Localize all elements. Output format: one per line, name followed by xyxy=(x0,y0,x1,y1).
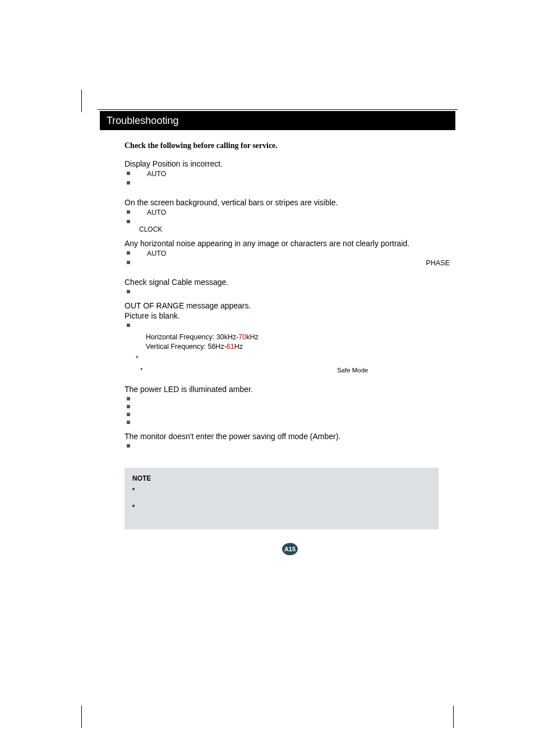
page-number-badge: A15 xyxy=(282,543,298,555)
heading-display-position: Display Position is incorrect. xyxy=(124,159,455,168)
lead-text: Check the following before calling for s… xyxy=(124,141,455,150)
freq-vertical: Vertical Frequency: 56Hz-61Hz xyxy=(124,342,455,352)
note-box: NOTE xyxy=(124,468,439,529)
note-title: NOTE xyxy=(132,474,431,482)
list-item xyxy=(124,411,455,418)
item-text: AUTO xyxy=(147,170,167,178)
list-item xyxy=(124,321,455,329)
sub-clock: CLOCK xyxy=(124,225,455,233)
list-item xyxy=(124,179,455,187)
list-item: AUTO xyxy=(124,208,455,218)
list-out-of-range xyxy=(124,321,455,329)
heading-power-led-amber: The power LED is illuminated amber. xyxy=(124,385,455,394)
crop-mark-bottom-right xyxy=(453,706,462,728)
text: kHz xyxy=(246,333,259,341)
safe-mode-text: Safe Mode xyxy=(337,367,368,374)
list-item xyxy=(124,403,455,411)
list-power-saving xyxy=(124,442,455,450)
item-text: AUTO xyxy=(147,209,167,216)
crop-mark-top-left xyxy=(73,90,82,112)
text: Horizontal Frequency: 30kHz- xyxy=(146,333,238,341)
footnote-1: * xyxy=(124,354,455,362)
section-title-bar: Troubleshooting xyxy=(100,111,455,130)
list-display-position: AUTO xyxy=(124,169,455,187)
text-red: 70 xyxy=(238,333,246,341)
freq-horizontal: Horizontal Frequency: 30kHz-70kHz xyxy=(124,333,455,342)
list-horizontal-noise: AUTO PHASE xyxy=(124,249,455,266)
list-item: AUTO xyxy=(124,249,455,259)
section-title: Troubleshooting xyxy=(107,115,178,126)
list-check-signal xyxy=(124,288,455,296)
heading-horizontal-noise: Any horizontal noise appearing in any im… xyxy=(124,239,455,248)
text-red: 61 xyxy=(227,343,234,351)
note-item xyxy=(132,486,431,497)
list-item xyxy=(124,442,455,450)
crop-mark-bottom-left xyxy=(73,706,82,728)
page-content: Troubleshooting Check the following befo… xyxy=(102,111,455,555)
asterisk: * xyxy=(140,367,142,374)
heading-power-saving: The monitor doesn't enter the power savi… xyxy=(124,432,455,441)
note-list xyxy=(132,486,431,514)
list-power-led xyxy=(124,395,455,426)
text: Hz xyxy=(234,343,243,351)
heading-vertical-bars: On the screen background, vertical bars … xyxy=(124,198,455,207)
list-item xyxy=(124,288,455,296)
footnote-2: * Safe Mode xyxy=(124,367,455,374)
heading-check-signal: Check signal Cable message. xyxy=(124,278,455,287)
list-item xyxy=(124,418,455,426)
text: Vertical Frequency: 56Hz- xyxy=(146,343,227,351)
heading-out-of-range-b: Picture is blank. xyxy=(124,311,455,320)
list-item xyxy=(124,218,455,225)
body-content: Check the following before calling for s… xyxy=(102,130,455,555)
item-text-phase: PHASE xyxy=(426,259,450,268)
list-item: AUTO xyxy=(124,169,455,179)
list-item xyxy=(124,395,455,403)
note-item xyxy=(132,503,431,514)
list-item: PHASE xyxy=(124,259,455,266)
page-number: A15 xyxy=(284,546,296,552)
item-text: AUTO xyxy=(147,250,167,257)
heading-out-of-range-a: OUT OF RANGE message appears. xyxy=(124,301,455,310)
list-vertical-bars: AUTO xyxy=(124,208,455,225)
